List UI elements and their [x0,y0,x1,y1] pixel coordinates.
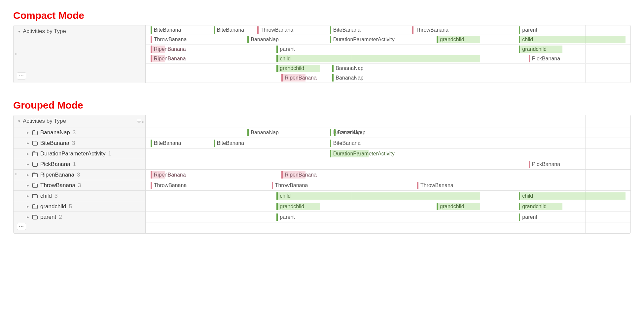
activity-ThrowBanana[interactable]: ThrowBanana [257,26,315,34]
group-row-DurationParameterActivity[interactable]: ▶DurationParameterActivity1 [14,148,145,159]
activity-parent[interactable]: parent [276,46,315,53]
activity-grandchild[interactable]: grandchild [519,46,562,53]
group-name-label: RipenBanana [40,172,74,178]
group-count-label: 3 [77,172,80,178]
activity-BiteBanana[interactable]: BiteBanana [151,26,204,34]
group-row-RipenBanana[interactable]: ▶RipenBanana3 [14,169,145,180]
compact-title: Compact Mode [13,10,631,21]
compact-section: Compact Mode ▼ Activities by Type ··· Bi… [13,10,631,83]
more-button[interactable]: ··· [17,72,26,80]
activity-BananaNap[interactable]: BananaNap [330,129,334,136]
activity-RipenBanana[interactable]: RipenBanana [151,55,165,62]
disclosure-icon[interactable]: ▶ [27,163,29,166]
activity-RipenBanana[interactable]: RipenBanana [151,46,165,53]
group-row-BananaNap[interactable]: ▶BananaNap3 [14,127,145,138]
activity-BiteBanana[interactable]: BiteBanana [330,26,388,34]
compact-timeline[interactable]: BiteBananaBiteBananaThrowBananaBiteBanan… [146,25,630,83]
activity-grandchild[interactable]: grandchild [519,203,562,210]
group-row-grandchild[interactable]: ▶grandchild5 [14,201,145,212]
activity-ThrowBanana[interactable]: ThrowBanana [151,36,209,43]
activity-RipenBanana[interactable]: RipenBanana [281,171,305,179]
timeline-row: BananaNapBananaNapBananaNap [146,127,630,138]
activity-RipenBanana[interactable]: RipenBanana [281,74,305,82]
activity-grandchild[interactable]: grandchild [276,203,320,210]
activity-parent[interactable]: parent [519,26,557,34]
group-name-label: child [40,193,52,199]
disclosure-icon[interactable]: ▶ [27,184,29,187]
group-count-label: 1 [73,161,76,168]
grouped-title: Grouped Mode [13,100,631,111]
folder-icon [32,130,38,135]
activity-BananaNap[interactable]: BananaNap [247,129,296,136]
activity-grandchild[interactable]: grandchild [437,36,480,43]
timeline-row: grandchildgrandchildgrandchild [146,201,630,212]
group-row-ThrowBanana[interactable]: ▶ThrowBanana3 [14,180,145,190]
activity-BananaNap[interactable]: BananaNap [334,129,383,136]
group-row-parent[interactable]: ▶parent2 [14,212,145,222]
activity-child[interactable]: child [519,192,626,200]
group-row-child[interactable]: ▶child3 [14,190,145,201]
disclosure-icon[interactable]: ▶ [27,215,29,219]
disclosure-icon[interactable]: ▶ [27,131,29,134]
timeline-row: PickBanana [146,159,630,169]
group-name-label: parent [40,214,56,220]
timeline-row: BiteBananaBiteBananaBiteBanana [146,138,630,148]
activity-DurationParameterActivity[interactable]: DurationParameterActivity [330,150,369,157]
activity-ThrowBanana[interactable]: ThrowBanana [417,182,475,189]
activity-child[interactable]: child [276,55,480,62]
activity-BiteBanana[interactable]: BiteBanana [151,140,204,147]
timeline-row: RipenBananachildPickBanana [146,54,630,64]
activity-grandchild[interactable]: grandchild [276,65,320,72]
group-list: ▶BananaNap3▶BiteBanana3▶DurationParamete… [14,127,145,222]
group-row-BiteBanana[interactable]: ▶BiteBanana3 [14,138,145,148]
timeline-row: RipenBananaRipenBanana [146,169,630,180]
drag-handle-icon[interactable] [15,173,17,175]
timeline-row [146,222,630,233]
activity-RipenBanana[interactable]: RipenBanana [151,171,165,179]
folder-icon [32,151,38,156]
disclosure-icon[interactable]: ▶ [27,194,29,198]
group-count-label: 2 [59,214,62,220]
activity-ThrowBanana[interactable]: ThrowBanana [151,182,209,189]
disclosure-icon[interactable]: ▶ [27,205,29,208]
activity-BananaNap[interactable]: BananaNap [332,65,381,72]
activity-ThrowBanana[interactable]: ThrowBanana [272,182,330,189]
activity-child[interactable]: child [519,36,626,43]
disclosure-icon[interactable]: ▶ [27,173,29,177]
filter-icon[interactable]: × [137,119,141,123]
disclosure-icon[interactable]: ▼ [18,119,21,123]
disclosure-icon[interactable]: ▶ [27,152,29,155]
grouped-sidebar: ▼ Activities by Type × ▶BananaNap3▶BiteB… [14,115,146,233]
activity-parent[interactable]: parent [519,213,557,221]
grouped-sidebar-header[interactable]: ▼ Activities by Type × [14,115,145,127]
group-name-label: BiteBanana [40,140,69,147]
timeline-row: ThrowBananaBananaNapDurationParameterAct… [146,35,630,45]
activity-grandchild[interactable]: grandchild [437,203,480,210]
activity-child[interactable]: child [276,192,480,200]
grouped-timeline[interactable]: BananaNapBananaNapBananaNapBiteBananaBit… [146,115,630,233]
sidebar-header-label: Activities by Type [23,118,66,124]
activity-BiteBanana[interactable]: BiteBanana [330,140,378,147]
disclosure-icon[interactable]: ▶ [27,142,29,145]
more-button[interactable]: ··· [17,223,26,230]
activity-BananaNap[interactable]: BananaNap [332,74,381,82]
activity-BananaNap[interactable]: BananaNap [247,36,296,43]
group-count-label: 3 [72,140,75,147]
activity-PickBanana[interactable]: PickBanana [529,55,577,62]
group-name-label: ThrowBanana [40,182,75,189]
disclosure-icon[interactable]: ▼ [18,30,21,33]
drag-handle-icon[interactable] [15,53,17,55]
activity-ThrowBanana[interactable]: ThrowBanana [412,26,470,34]
folder-icon [32,183,38,187]
activity-DurationParameterActivity[interactable]: DurationParameterActivity [330,36,427,43]
group-count-label: 3 [54,193,57,199]
activity-parent[interactable]: parent [276,213,315,221]
compact-sidebar-header[interactable]: ▼ Activities by Type [14,25,145,37]
timeline-row: parentparent [146,212,630,222]
activity-PickBanana[interactable]: PickBanana [529,161,577,168]
activity-BiteBanana[interactable]: BiteBanana [214,140,262,147]
activity-BiteBanana[interactable]: BiteBanana [214,26,252,34]
compact-panel: ▼ Activities by Type ··· BiteBananaBiteB… [13,25,631,83]
folder-icon [32,162,38,166]
group-row-PickBanana[interactable]: ▶PickBanana1 [14,159,145,169]
